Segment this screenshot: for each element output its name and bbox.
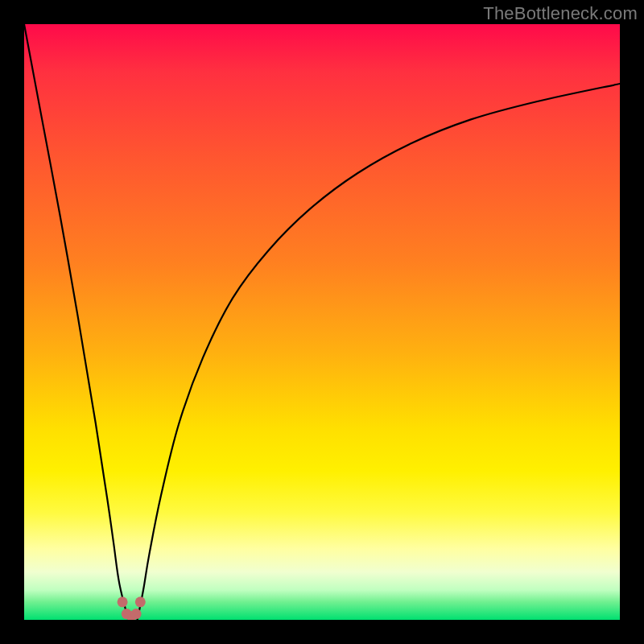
- valley-marker: [118, 597, 128, 607]
- plot-area: [24, 24, 620, 620]
- chart-frame: TheBottleneck.com: [0, 0, 644, 644]
- valley-markers-group: [118, 597, 146, 620]
- left-branch-curve: [24, 24, 129, 620]
- right-branch-curve: [138, 84, 620, 620]
- valley-marker: [131, 609, 142, 619]
- watermark-text: TheBottleneck.com: [483, 3, 638, 24]
- valley-marker: [135, 597, 146, 607]
- curve-layer: [24, 24, 620, 620]
